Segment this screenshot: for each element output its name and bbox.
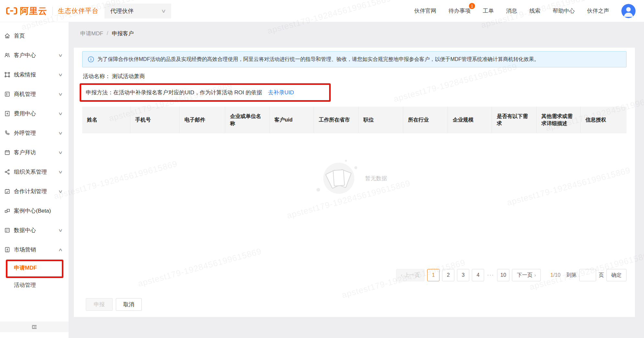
chevron-right-icon: › xyxy=(534,273,536,278)
sidebar-item-opportunity[interactable]: 商机管理 ∨ xyxy=(0,84,69,104)
sidebar-item-label: 商机管理 xyxy=(14,90,59,98)
page-ratio: 1/10 xyxy=(550,272,561,278)
divider xyxy=(52,7,53,15)
page-number-3[interactable]: 3 xyxy=(457,269,469,281)
column-header-email: 电子邮件 xyxy=(180,107,225,133)
sidebar-subitem-label: 申请MDF xyxy=(14,264,37,272)
marketing-icon xyxy=(4,247,10,253)
breadcrumb-separator: / xyxy=(107,30,108,37)
chevron-down-icon: ∨ xyxy=(161,8,166,14)
chevron-down-icon: ∨ xyxy=(58,111,63,116)
next-page-button[interactable]: 下一页 › xyxy=(512,269,541,281)
sidebar-item-data-center[interactable]: 数据中心 ∨ xyxy=(0,220,69,240)
partner-type-value: 代理伙伴 xyxy=(110,7,134,15)
customer-table-header: 姓名 手机号 电子邮件 企业或单位名称 客户uid 工作所在省市 职位 所在行业… xyxy=(82,107,627,133)
nav-link-todo[interactable]: 待办事项 1 xyxy=(449,7,471,15)
chevron-left-icon: ‹ xyxy=(401,273,403,278)
sidebar-item-expense-center[interactable]: 费用中心 ∨ xyxy=(0,104,69,123)
sidebar-item-label: 市场营销 xyxy=(14,246,59,253)
nav-link-leads[interactable]: 线索 xyxy=(529,7,540,15)
goto-page-input[interactable] xyxy=(579,269,596,281)
chevron-down-icon: ∨ xyxy=(58,189,63,194)
sidebar-item-customer-visit[interactable]: 客户拜访 ∨ xyxy=(0,143,69,162)
todo-count-badge: 1 xyxy=(469,3,475,9)
notice-text: 为了保障合作伙伴MDF活动的品质及实现经费的高效合理使用，阿里云将对活动进行统一… xyxy=(97,56,539,63)
column-header-other-needs: 其他需求或需求详细描述 xyxy=(537,107,581,133)
sidebar-item-label: 合作计划管理 xyxy=(14,188,59,195)
column-header-phone: 手机号 xyxy=(130,107,180,133)
column-header-position: 职位 xyxy=(359,107,403,133)
sidebar-item-label: 客户拜访 xyxy=(14,149,59,156)
chevron-up-icon: ∧ xyxy=(58,247,63,252)
page-number-10[interactable]: 10 xyxy=(497,269,509,281)
breadcrumb-parent[interactable]: 申请MDF xyxy=(80,30,103,37)
sidebar-item-coop-plan[interactable]: 合作计划管理 ∨ xyxy=(0,181,69,201)
declare-button[interactable]: 申报 xyxy=(86,298,113,311)
column-header-uid: 客户uid xyxy=(270,107,314,133)
partner-type-dropdown[interactable]: 代理伙伴 ∨ xyxy=(105,4,171,18)
breadcrumb-current: 申报客户 xyxy=(112,30,134,37)
pagination: ‹ 上一页 1 2 3 4 ··· 10 下一页 › 1/10 到第 页 确定 xyxy=(82,269,627,282)
home-icon xyxy=(4,33,10,39)
page-unit-label: 页 xyxy=(599,272,604,279)
page-number-2[interactable]: 2 xyxy=(442,269,454,281)
column-header-industry: 所在行业 xyxy=(403,107,448,133)
page-number-1[interactable]: 1 xyxy=(427,269,439,281)
coop-plan-icon xyxy=(4,188,10,194)
no-data-icon xyxy=(322,161,356,195)
sidebar-item-case-center[interactable]: 案例中心(Beta) xyxy=(0,201,69,220)
table-empty-state: 暂无数据 xyxy=(82,133,627,269)
top-navbar: 阿里云 生态伙伴平台 代理伙伴 ∨ 伙伴官网 待办事项 1 工单 消息 线索 帮… xyxy=(0,0,644,22)
sidebar-subitem-label: 活动管理 xyxy=(14,281,36,289)
nav-link-ticket[interactable]: 工单 xyxy=(483,7,494,15)
sidebar-item-org-relation[interactable]: 组织关系管理 ∨ xyxy=(0,162,69,181)
nav-link-partner-site[interactable]: 伙伴官网 xyxy=(414,7,436,15)
nav-link-message[interactable]: 消息 xyxy=(506,7,517,15)
nav-link-help-center[interactable]: 帮助中心 xyxy=(553,7,575,15)
alibaba-cloud-logo-icon xyxy=(6,7,17,15)
declare-method-row: 申报方法： 在活动中补录报名客户对应的UID，作为计算活动 ROI 的依据 去补… xyxy=(80,83,331,102)
sidebar-item-label: 客户中心 xyxy=(14,52,59,59)
sidebar-item-label: 费用中心 xyxy=(14,110,59,117)
column-header-company: 企业或单位名称 xyxy=(225,107,270,133)
customer-visit-icon xyxy=(4,149,10,156)
chevron-down-icon: ∨ xyxy=(58,150,63,155)
sidebar-item-label: 外呼管理 xyxy=(14,129,59,137)
sidebar-item-home[interactable]: 首页 xyxy=(0,26,69,45)
sidebar: 首页 客户中心 ∨ 线索情报 ∨ 商机管理 ∨ xyxy=(0,22,69,338)
sidebar-item-activity-management[interactable]: 活动管理 xyxy=(0,276,69,294)
supplement-uid-link[interactable]: 去补录UID xyxy=(268,89,294,96)
sidebar-item-outbound-call[interactable]: 外呼管理 ∨ xyxy=(0,123,69,143)
platform-name: 生态伙伴平台 xyxy=(58,6,99,15)
case-center-icon xyxy=(4,208,10,214)
chevron-down-icon: ∨ xyxy=(58,92,63,97)
sidebar-item-label: 数据中心 xyxy=(14,227,59,234)
data-center-icon xyxy=(4,227,10,233)
page-ellipsis[interactable]: ··· xyxy=(487,272,494,278)
user-avatar[interactable] xyxy=(621,4,636,18)
column-header-company-size: 企业规模 xyxy=(448,107,492,133)
chevron-down-icon: ∨ xyxy=(58,228,63,233)
opportunity-icon xyxy=(4,91,10,97)
menu-fold-icon xyxy=(31,324,38,330)
sidebar-item-marketing[interactable]: 市场营销 ∧ xyxy=(0,240,69,259)
sidebar-collapse-toggle[interactable] xyxy=(0,321,69,332)
cancel-button[interactable]: 取消 xyxy=(116,298,142,311)
org-relation-icon xyxy=(4,169,10,175)
declare-method-label: 申报方法： xyxy=(86,89,113,96)
sidebar-item-customer-center[interactable]: 客户中心 ∨ xyxy=(0,45,69,65)
sidebar-item-leads-intel[interactable]: 线索情报 ∨ xyxy=(0,65,69,84)
nav-link-partner-voice[interactable]: 伙伴之声 xyxy=(587,7,609,15)
goto-confirm-button[interactable]: 确定 xyxy=(606,269,627,281)
declare-customer-panel: 为了保障合作伙伴MDF活动的品质及实现经费的高效合理使用，阿里云将对活动进行统一… xyxy=(74,48,635,317)
page-number-4[interactable]: 4 xyxy=(472,269,484,281)
outbound-call-icon xyxy=(4,130,10,136)
breadcrumb: 申请MDF / 申报客户 xyxy=(80,29,134,38)
declare-method-text: 在活动中补录报名客户对应的UID，作为计算活动 ROI 的依据 xyxy=(113,89,262,96)
logo-wordmark: 阿里云 xyxy=(20,5,47,17)
sidebar-item-apply-mdf[interactable]: 申请MDF xyxy=(0,259,69,276)
goto-page-label: 到第 xyxy=(566,272,577,279)
chevron-down-icon: ∨ xyxy=(58,169,63,174)
info-icon xyxy=(88,56,94,63)
chevron-down-icon: ∨ xyxy=(58,53,63,58)
